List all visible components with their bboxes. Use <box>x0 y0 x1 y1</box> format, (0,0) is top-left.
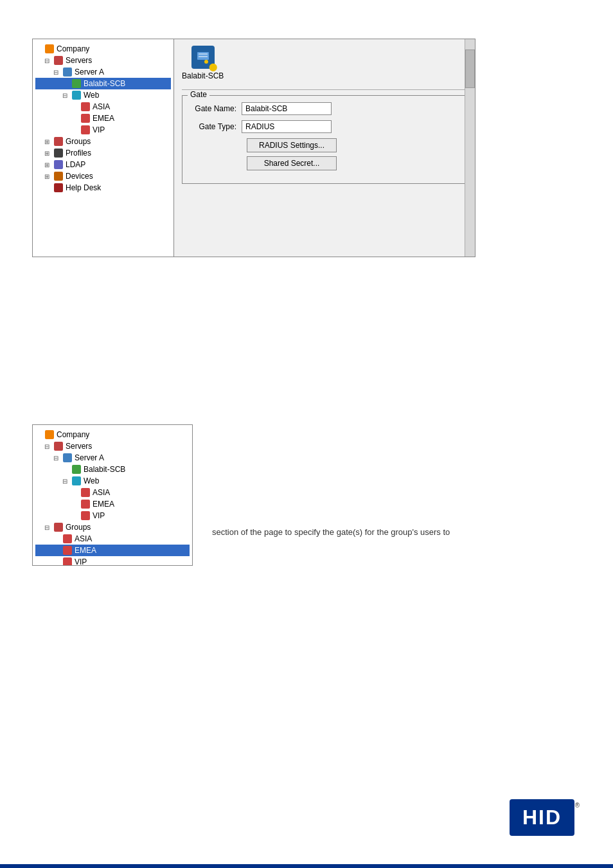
scrollbar[interactable] <box>465 39 475 257</box>
tree-expander-servers[interactable]: ⊟ <box>44 443 53 450</box>
tree-item-devices[interactable]: ⊞Devices <box>35 170 171 182</box>
tree-item-groups2[interactable]: ⊟Groups <box>35 521 190 533</box>
tree-label-servers: Servers <box>66 56 92 65</box>
gate-name-value: Balabit-SCB <box>242 102 332 115</box>
tree-expander-web2[interactable]: ⊟ <box>62 478 71 485</box>
gate-type-row: Gate Type: RADIUS <box>190 120 459 133</box>
tree-item-balabit2[interactable]: Balabit-SCB <box>35 464 190 475</box>
tree-label-serverA: Server A <box>75 453 104 462</box>
tree-item-asia3[interactable]: ASIA <box>35 533 190 545</box>
tree-item-web2[interactable]: ⊟Web <box>35 475 190 487</box>
tree-label-servers: Servers <box>66 442 92 451</box>
tree-item-company[interactable]: Company <box>35 43 171 55</box>
svg-point-3 <box>204 60 208 64</box>
balabit-icon-wrap: Balabit-SCB <box>182 46 224 80</box>
company-icon <box>44 429 55 440</box>
zone-icon <box>62 534 73 544</box>
tree-label-profiles: Profiles <box>66 149 91 158</box>
tree-item-balabit[interactable]: Balabit-SCB <box>35 78 171 89</box>
zone-icon <box>62 545 73 556</box>
tree-item-helpdesk[interactable]: Help Desk <box>35 182 171 194</box>
tree-label-web2: Web <box>84 476 99 485</box>
tree-label-vip1: VIP <box>93 125 105 134</box>
tree-item-groups[interactable]: ⊞Groups <box>35 136 171 147</box>
detail-header: Balabit-SCB <box>182 46 467 83</box>
ldap-icon <box>53 159 64 170</box>
tree-label-company: Company <box>57 44 89 53</box>
hid-logo: HID <box>510 799 574 836</box>
gate-type-value: RADIUS <box>242 120 332 133</box>
tree-item-servers[interactable]: ⊟Servers <box>35 55 171 66</box>
bottom-bar <box>0 864 613 868</box>
tree-label-emea2: EMEA <box>93 500 114 509</box>
tree-expander-web[interactable]: ⊟ <box>62 92 71 99</box>
tree-label-balabit: Balabit-SCB <box>84 79 125 88</box>
tree-item-serverA[interactable]: ⊟Server A <box>35 452 190 464</box>
tree-label-emea1: EMEA <box>93 114 114 123</box>
tree-expander-groups[interactable]: ⊞ <box>44 138 53 145</box>
servers-icon <box>53 441 64 451</box>
zone-icon <box>80 511 91 521</box>
gate-group: Gate Gate Name: Balabit-SCB Gate Type: R… <box>182 95 467 184</box>
tree-item-ldap[interactable]: ⊞LDAP <box>35 159 171 170</box>
tree-item-serverA[interactable]: ⊟Server A <box>35 66 171 78</box>
hid-registered-mark: ® <box>575 802 580 809</box>
tree-expander-groups2[interactable]: ⊟ <box>44 524 53 531</box>
tree-label-serverA: Server A <box>75 68 104 77</box>
profiles-icon <box>53 148 64 158</box>
server-icon-svg <box>196 50 210 64</box>
gate-legend: Gate <box>188 90 209 99</box>
devices-icon <box>53 171 64 181</box>
tree-label-balabit2: Balabit-SCB <box>84 465 125 474</box>
hid-logo-text: HID <box>522 806 562 829</box>
tree-expander-profiles[interactable]: ⊞ <box>44 150 53 157</box>
servers-icon <box>53 55 64 66</box>
gate-name-label: Gate Name: <box>190 104 242 113</box>
gate-name-row: Gate Name: Balabit-SCB <box>190 102 459 115</box>
node-name-label: Balabit-SCB <box>182 71 224 80</box>
zone-icon <box>62 557 73 566</box>
tree-item-emea2[interactable]: EMEA <box>35 498 190 510</box>
tree-item-vip3[interactable]: VIP <box>35 556 190 566</box>
web-icon <box>71 90 82 100</box>
tree-item-company[interactable]: Company <box>35 429 190 440</box>
scrollbar-thumb[interactable] <box>465 50 475 88</box>
balabit-icon <box>71 78 82 89</box>
svg-rect-1 <box>199 53 208 55</box>
tree-label-vip3: VIP <box>75 557 87 566</box>
zone-icon <box>80 113 91 123</box>
tree-item-web[interactable]: ⊟Web <box>35 89 171 101</box>
radius-settings-button[interactable]: RADIUS Settings... <box>247 138 337 152</box>
shared-secret-button[interactable]: Shared Secret... <box>247 156 337 170</box>
tree-item-asia1[interactable]: ASIA <box>35 101 171 113</box>
hid-logo-wrap: HID ® <box>510 799 574 836</box>
zone-icon <box>80 499 91 509</box>
tree-expander-devices[interactable]: ⊞ <box>44 173 53 180</box>
tree-label-asia2: ASIA <box>93 488 110 497</box>
tree-expander-ldap[interactable]: ⊞ <box>44 161 53 168</box>
tree-item-servers[interactable]: ⊟Servers <box>35 440 190 452</box>
detail-pane: Balabit-SCB Gate Gate Name: Balabit-SCB … <box>174 39 475 257</box>
tree-item-asia2[interactable]: ASIA <box>35 487 190 498</box>
gate-type-label: Gate Type: <box>190 122 242 131</box>
tree-expander-servers[interactable]: ⊟ <box>44 57 53 64</box>
tree-item-profiles[interactable]: ⊞Profiles <box>35 147 171 159</box>
tree-item-emea3[interactable]: EMEA <box>35 545 190 556</box>
tree-expander-serverA[interactable]: ⊟ <box>53 455 62 462</box>
tree-item-vip1[interactable]: VIP <box>35 124 171 136</box>
tree-expander-serverA[interactable]: ⊟ <box>53 69 62 76</box>
tree-label-devices: Devices <box>66 172 93 181</box>
balabit-icon <box>191 46 215 69</box>
zone-icon <box>80 125 91 135</box>
groups-icon <box>53 136 64 147</box>
description-text: section of the page to specify the gate(… <box>212 527 450 537</box>
tree-item-emea1[interactable]: EMEA <box>35 113 171 124</box>
balabit-icon <box>71 464 82 475</box>
tree-label-helpdesk: Help Desk <box>66 183 101 192</box>
tree-label-company: Company <box>57 430 89 439</box>
tree-item-vip2[interactable]: VIP <box>35 510 190 521</box>
zone-icon <box>80 487 91 498</box>
tree-label-web: Web <box>84 91 99 100</box>
tree-label-asia1: ASIA <box>93 102 110 111</box>
tree-label-groups: Groups <box>66 137 91 146</box>
